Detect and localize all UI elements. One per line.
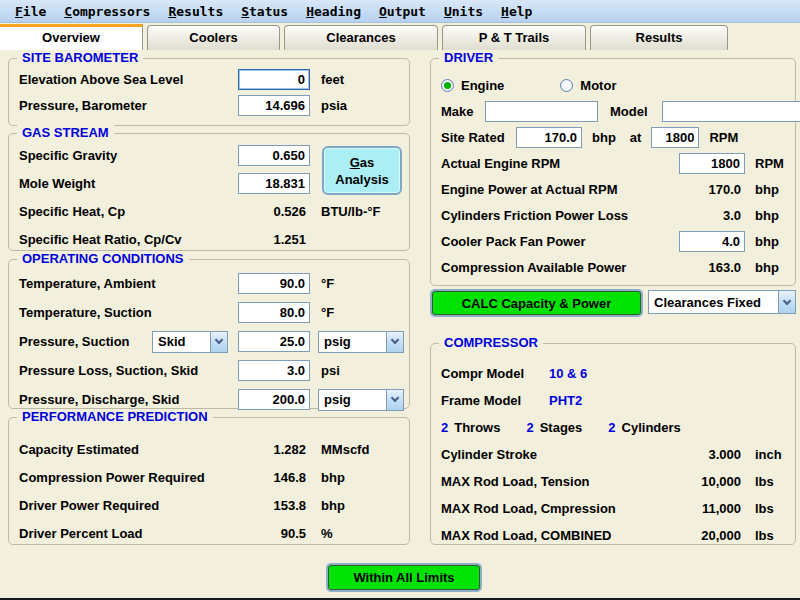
actual-rpm-input[interactable] — [679, 153, 745, 174]
site-rated-row: Site Rated bhp at RPM — [441, 124, 789, 150]
rod-combined-label: MAX Rod Load, COMBINED — [441, 528, 679, 543]
motor-radio[interactable] — [560, 79, 573, 92]
mole-weight-input[interactable] — [238, 173, 310, 194]
capacity-label: Capacity Estimated — [19, 442, 238, 457]
menu-help[interactable]: Help — [492, 3, 541, 20]
tab-results[interactable]: Results — [590, 25, 728, 50]
driver-power-unit: bhp — [310, 498, 403, 513]
actual-rpm-unit: RPM — [745, 156, 789, 171]
gas-analysis-button-line1: Gas — [350, 154, 375, 171]
calc-capacity-power-button[interactable]: CALC Capacity & Power — [432, 291, 641, 315]
menu-bar: File Compressors Results Status Heading … — [0, 0, 800, 23]
suction-pressure-input[interactable] — [238, 331, 310, 352]
throws-count: 2 — [441, 420, 448, 435]
mole-weight-label: Mole Weight — [19, 176, 238, 191]
actual-rpm-label: Actual Engine RPM — [441, 156, 679, 171]
barometer-label: Pressure, Barometer — [19, 98, 238, 113]
suction-location-select[interactable]: Skid — [152, 331, 228, 353]
menu-heading[interactable]: Heading — [297, 3, 370, 20]
ambient-temp-label: Temperature, Ambient — [19, 276, 238, 291]
model-field[interactable] — [662, 101, 800, 122]
gas-analysis-button[interactable]: Gas Analysis — [322, 146, 402, 195]
site-rated-label: Site Rated — [441, 130, 516, 145]
performance-prediction-group: PERFORMANCE PREDICTION Capacity Estimate… — [8, 417, 410, 545]
counts-row: 2 Throws 2 Stages 2 Cylinders — [441, 414, 789, 441]
suction-pressure-unit-value: psig — [319, 334, 386, 349]
friction-loss-value: 3.0 — [679, 208, 745, 223]
menu-status[interactable]: Status — [232, 3, 297, 20]
discharge-pressure-unit-select[interactable]: psig — [318, 389, 404, 411]
friction-loss-label: Cylinders Friction Power Loss — [441, 208, 679, 223]
driver-load-row: Driver Percent Load 90.5 % — [19, 519, 403, 547]
clearances-mode-select[interactable]: Clearances Fixed — [648, 290, 796, 314]
make-label: Make — [441, 104, 485, 119]
fan-power-label: Cooler Pack Fan Power — [441, 234, 679, 249]
fan-power-input[interactable] — [679, 231, 745, 252]
suction-temp-row: Temperature, Suction °F — [19, 298, 403, 327]
elevation-input[interactable] — [238, 69, 310, 90]
specific-heat-unit: BTU/lb-°F — [310, 204, 403, 219]
site-rated-rpm-unit: RPM — [709, 130, 738, 145]
cylinders-count: 2 — [608, 420, 615, 435]
tab-clearances[interactable]: Clearances — [284, 25, 438, 50]
specific-heat-value: 0.526 — [238, 204, 310, 219]
capacity-value: 1.282 — [238, 442, 310, 457]
compression-power-row: Compression Power Required 146.8 bhp — [19, 463, 403, 491]
driver-load-label: Driver Percent Load — [19, 526, 238, 541]
make-model-row: Make Model — [441, 98, 789, 124]
rod-combined-row: MAX Rod Load, COMBINED 20,000 lbs — [441, 522, 789, 549]
site-barometer-group: SITE BAROMETER Elevation Above Sea Level… — [8, 58, 410, 126]
discharge-pressure-input[interactable] — [238, 389, 310, 410]
site-rated-bhp-input[interactable] — [516, 127, 582, 148]
friction-loss-row: Cylinders Friction Power Loss 3.0 bhp — [441, 202, 789, 228]
fan-power-row: Cooler Pack Fan Power bhp — [441, 228, 789, 254]
available-power-label: Compression Available Power — [441, 260, 679, 275]
driver-power-label: Driver Power Required — [19, 498, 238, 513]
engine-power-label: Engine Power at Actual RPM — [441, 182, 679, 197]
rod-tension-value: 10,000 — [679, 474, 745, 489]
menu-units[interactable]: Units — [435, 3, 492, 20]
specific-gravity-input[interactable] — [238, 145, 310, 166]
engine-radio[interactable] — [441, 79, 454, 92]
discharge-pressure-unit-cell: psig — [310, 389, 403, 411]
site-rated-bhp-unit: bhp — [592, 130, 616, 145]
suction-temp-input[interactable] — [238, 302, 310, 323]
suction-pressure-unit-select[interactable]: psig — [318, 331, 404, 353]
site-rated-rpm-input[interactable] — [651, 127, 699, 148]
tab-overview[interactable]: Overview — [0, 24, 143, 50]
available-power-unit: bhp — [745, 260, 789, 275]
engine-radio-label: Engine — [454, 78, 504, 93]
specific-heat-row: Specific Heat, Cp 0.526 BTU/lb-°F — [19, 197, 403, 225]
tab-p-and-t-trails[interactable]: P & T Trails — [442, 25, 586, 50]
tab-coolers[interactable]: Coolers — [147, 25, 280, 50]
specific-heat-ratio-label: Specific Heat Ratio, Cp/Cv — [19, 232, 238, 247]
pressure-loss-row: Pressure Loss, Suction, Skid psi — [19, 356, 403, 385]
chevron-down-icon — [778, 291, 795, 313]
driver-type-row: Engine Motor — [441, 72, 789, 98]
barometer-input[interactable] — [238, 95, 310, 116]
specific-heat-ratio-value: 1.251 — [238, 232, 310, 247]
stages-label: Stages — [534, 420, 583, 435]
menu-output[interactable]: Output — [370, 3, 435, 20]
suction-temp-label: Temperature, Suction — [19, 305, 238, 320]
suction-pressure-label: Pressure, Suction — [19, 334, 152, 349]
compr-model-row: Compr Model 10 & 6 — [441, 360, 789, 387]
menu-results[interactable]: Results — [159, 3, 232, 20]
stroke-value: 3.000 — [679, 447, 745, 462]
frame-model-row: Frame Model PHT2 — [441, 387, 789, 414]
barometer-row: Pressure, Barometer psia — [19, 92, 403, 118]
compression-power-unit: bhp — [310, 470, 403, 485]
chevron-down-icon — [210, 332, 227, 352]
ambient-temp-input[interactable] — [238, 273, 310, 294]
driver-load-value: 90.5 — [238, 526, 310, 541]
rod-combined-value: 20,000 — [679, 528, 745, 543]
within-limits-button[interactable]: Within All Limits — [328, 565, 480, 590]
suction-temp-unit: °F — [310, 305, 403, 320]
rod-tension-unit: lbs — [745, 474, 789, 489]
capacity-unit: MMscfd — [310, 442, 403, 457]
menu-file[interactable]: File — [6, 3, 55, 20]
menu-compressors[interactable]: Compressors — [55, 3, 159, 20]
operating-conditions-group: OPERATING CONDITIONS Temperature, Ambien… — [8, 259, 410, 409]
make-field[interactable] — [485, 101, 598, 122]
pressure-loss-input[interactable] — [238, 360, 310, 381]
